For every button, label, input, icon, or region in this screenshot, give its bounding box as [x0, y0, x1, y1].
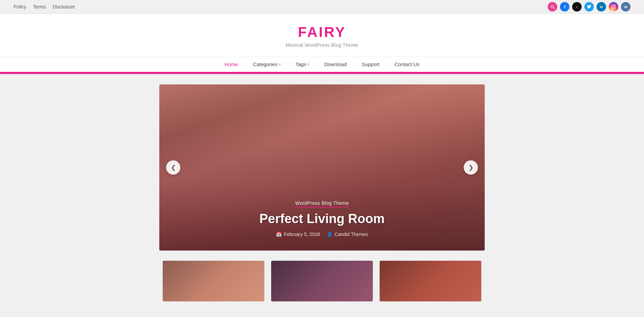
svg-point-4 [615, 6, 615, 6]
slide-author: 👤 Candid Themes [327, 232, 368, 237]
slide-date: 📅 February 5, 2018 [276, 232, 320, 237]
thumbnail-card-3[interactable] [380, 261, 481, 301]
site-title[interactable]: FAIRY [7, 24, 637, 40]
nav-download[interactable]: Download [317, 57, 354, 72]
social-icons: f ♪ in vk [548, 2, 630, 12]
disclosure-link[interactable]: Disclosure [53, 4, 75, 9]
nav-support[interactable]: Support [354, 57, 387, 72]
site-tagline: Minimal WordPress Blog Theme [7, 42, 637, 48]
linkedin-icon[interactable]: in [597, 2, 606, 12]
policy-link[interactable]: Policy [14, 4, 26, 9]
author-icon: 👤 [327, 232, 333, 237]
thumbnails-row [0, 261, 644, 312]
top-bar: Policy Terms Disclosure f ♪ in [0, 0, 644, 14]
nav-categories[interactable]: Categories ▾ [245, 57, 288, 72]
calendar-icon: 📅 [276, 232, 282, 237]
slider-prev-button[interactable]: ❮ [166, 160, 180, 175]
slide-meta: 📅 February 5, 2018 👤 Candid Themes [259, 232, 385, 237]
svg-point-3 [613, 6, 615, 8]
slider-next-button[interactable]: ❯ [464, 160, 478, 175]
search-icon[interactable] [548, 2, 557, 12]
nav-home[interactable]: Home [217, 57, 245, 72]
terms-link[interactable]: Terms [33, 4, 46, 9]
site-header: FAIRY Minimal WordPress Blog Theme [0, 14, 644, 56]
svg-line-1 [553, 7, 555, 9]
slide-image: ❮ ❯ WordPress Blog Theme Perfect Living … [159, 84, 485, 251]
tiktok-icon[interactable]: ♪ [572, 2, 582, 12]
hero-section: ❮ ❯ WordPress Blog Theme Perfect Living … [0, 74, 644, 261]
main-nav: Home Categories ▾ Tags ▾ Download Suppor… [0, 56, 644, 73]
prev-arrow-icon: ❮ [171, 164, 176, 171]
slide-title: Perfect Living Room [259, 212, 385, 226]
vk-icon[interactable]: vk [621, 2, 630, 12]
thumbnail-card-2[interactable] [271, 261, 373, 301]
thumbnail-card-1[interactable] [163, 261, 264, 301]
slider-container: ❮ ❯ WordPress Blog Theme Perfect Living … [159, 84, 485, 251]
top-bar-links: Policy Terms Disclosure [14, 4, 75, 9]
tags-chevron-icon: ▾ [307, 62, 309, 66]
twitter-icon[interactable] [584, 2, 594, 12]
categories-chevron-icon: ▾ [279, 62, 281, 66]
slide-category[interactable]: WordPress Blog Theme [295, 200, 349, 207]
slide-content: WordPress Blog Theme Perfect Living Room… [259, 200, 385, 251]
nav-tags[interactable]: Tags ▾ [288, 57, 317, 72]
svg-rect-2 [611, 5, 616, 9]
facebook-icon[interactable]: f [560, 2, 569, 12]
next-arrow-icon: ❯ [468, 164, 474, 171]
instagram-icon[interactable] [609, 2, 618, 12]
nav-contact[interactable]: Contact Us [387, 57, 427, 72]
